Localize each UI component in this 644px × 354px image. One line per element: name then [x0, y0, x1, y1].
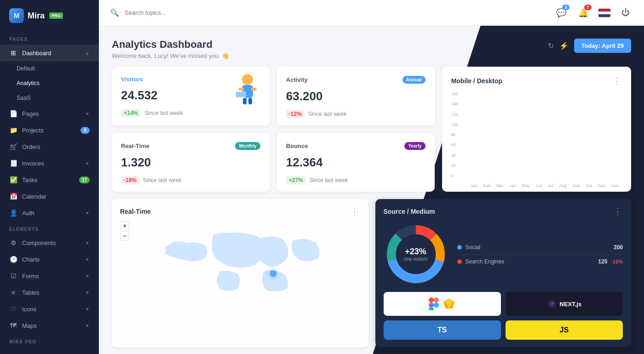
page-title: Analytics Dashboard: [112, 39, 229, 51]
sidebar-item-charts[interactable]: 🕐 Charts ▼: [0, 251, 99, 268]
tech-logos-grid: ⟳ NEXT.js TS JS: [384, 292, 623, 340]
pages-section-label: PAGES: [0, 31, 99, 45]
projects-badge: 8: [80, 127, 90, 134]
sidebar-item-projects[interactable]: 📁 Projects 8: [0, 122, 99, 138]
bounce-title: Bounce: [286, 143, 308, 149]
redux-icon: ⟳: [547, 299, 557, 309]
chevron-down-icon-inv: ▼: [85, 161, 90, 166]
mobile-desktop-menu[interactable]: ⋮: [613, 76, 622, 86]
realtime-card: Real-Time Monthly 1.320 -18% Since last …: [112, 133, 270, 192]
today-button[interactable]: Today: April 29: [574, 39, 631, 53]
search-engines-name: Search Engines: [466, 258, 505, 265]
page-header-right: ↻ ⚡ Today: April 29: [548, 39, 631, 53]
app-logo[interactable]: M Mira PRO: [0, 0, 99, 31]
chevron-down-icon-auth: ▼: [85, 211, 90, 216]
map-menu[interactable]: ⋮: [351, 206, 360, 217]
sidebar-item-invoices[interactable]: 🧾 Invoices ▼: [0, 155, 99, 171]
chevron-down-icon: ▼: [85, 111, 90, 116]
donut-label: new visitors: [403, 257, 427, 262]
realtime-title: Real-Time: [121, 143, 150, 149]
search-input[interactable]: [125, 9, 217, 16]
bounce-badge: Yearly: [404, 142, 425, 150]
calendar-icon: 📅: [9, 192, 17, 200]
power-button[interactable]: ⏻: [618, 6, 633, 20]
sidebar-item-forms[interactable]: ☑ Forms ▼: [0, 268, 99, 284]
language-flag[interactable]: [598, 8, 611, 17]
map-container: + −: [120, 221, 360, 308]
source-title: Source / Medium: [384, 208, 435, 215]
sidebar: M Mira PRO PAGES ⊞ Dashboard ▲ Default A…: [0, 0, 99, 354]
sidebar-item-analytics[interactable]: Analytics: [0, 76, 99, 91]
bar-chart-bars: [468, 91, 622, 168]
page-subtitle: Welcome back, Lucy! We've missed you. 👋: [112, 52, 229, 59]
activity-change: -12%: [286, 110, 305, 118]
sidebar-item-pages[interactable]: 📄 Pages ▼: [0, 105, 99, 122]
sketch-icon: [443, 297, 455, 310]
logo-icon: M: [9, 8, 24, 23]
typescript-card: TS: [384, 320, 501, 340]
filter-icon[interactable]: ⚡: [559, 41, 569, 50]
typescript-label: TS: [437, 326, 447, 334]
sidebar-item-tables[interactable]: ≡ Tables ▼: [0, 284, 99, 301]
invoices-label: Invoices: [22, 160, 44, 167]
topbar: 🔍 💬 3 🔔 7 ⏻: [99, 0, 644, 26]
svg-rect-4: [251, 88, 257, 91]
pages-icon: 📄: [9, 109, 17, 118]
activity-badge: Annual: [402, 76, 426, 84]
realtime-value: 1.320: [121, 155, 260, 170]
sidebar-item-components[interactable]: ⚙ Components ▼: [0, 234, 99, 251]
search-icon: 🔍: [110, 8, 119, 17]
svg-point-17: [434, 303, 439, 308]
search-engines-dot: [457, 259, 462, 264]
refresh-icon[interactable]: ↻: [548, 41, 554, 50]
sidebar-item-maps[interactable]: 🗺 Maps ▼: [0, 317, 99, 334]
messages-badge: 3: [562, 5, 569, 10]
forms-label: Forms: [22, 273, 39, 280]
chevron-down-icon-tables: ▼: [85, 290, 90, 295]
svg-point-1: [242, 74, 253, 85]
orders-icon: 🛒: [9, 143, 17, 151]
world-map-svg: [120, 221, 360, 308]
visitors-title: Visitors: [121, 76, 143, 83]
svg-rect-6: [248, 98, 252, 104]
chevron-down-icon-forms: ▼: [85, 274, 90, 279]
sidebar-item-auth[interactable]: 👤 Auth ▼: [0, 205, 99, 221]
page-header: Analytics Dashboard Welcome back, Lucy! …: [99, 26, 644, 67]
notifications-button[interactable]: 🔔 7: [576, 6, 591, 20]
icons-label: Icons: [22, 306, 36, 313]
figma-icon: [429, 297, 439, 310]
bounce-change: +27%: [286, 176, 306, 184]
tasks-icon: ✅: [9, 176, 17, 184]
sidebar-item-icons[interactable]: ♡ Icons ▼: [0, 301, 99, 317]
mobile-desktop-title: Mobile / Desktop: [451, 77, 502, 85]
svg-rect-16: [429, 303, 434, 308]
sidebar-item-tasks[interactable]: ✅ Tasks 17: [0, 171, 99, 188]
messages-button[interactable]: 💬 3: [554, 6, 569, 20]
content-area: Analytics Dashboard Welcome back, Lucy! …: [99, 26, 644, 354]
map-title: Real-Time: [120, 208, 151, 215]
sidebar-item-dashboard[interactable]: ⊞ Dashboard ▲: [0, 45, 99, 61]
social-value: 200: [614, 244, 623, 251]
components-label: Components: [22, 240, 56, 246]
realtime-change: -18%: [121, 176, 139, 184]
projects-icon: 📁: [9, 126, 17, 134]
saas-label: SaaS: [17, 95, 31, 101]
source-medium-card: Source / Medium ⋮: [375, 199, 632, 347]
svg-rect-18: [429, 308, 434, 310]
x-axis-labels: JanFebMarAprMayJunJulAugSepOctNovDec: [468, 183, 622, 188]
maps-label: Maps: [22, 322, 37, 329]
map-zoom-in[interactable]: +: [120, 221, 129, 230]
map-zoom-out[interactable]: −: [120, 231, 129, 240]
javascript-card: JS: [506, 320, 623, 340]
sidebar-item-saas[interactable]: SaaS: [0, 91, 99, 105]
y-axis-labels: 020406080100120140160: [451, 91, 458, 178]
search-engines-value: 125: [598, 258, 607, 265]
activity-title: Activity: [286, 76, 308, 83]
activity-since: Since last week: [308, 111, 346, 117]
default-label: Default: [17, 65, 35, 72]
sidebar-item-calendar[interactable]: 📅 Calendar: [0, 188, 99, 205]
source-menu[interactable]: ⋮: [614, 206, 623, 217]
sidebar-item-default[interactable]: Default: [0, 61, 99, 76]
sidebar-item-orders[interactable]: 🛒 Orders: [0, 138, 99, 155]
app-name: Mira: [28, 11, 45, 21]
